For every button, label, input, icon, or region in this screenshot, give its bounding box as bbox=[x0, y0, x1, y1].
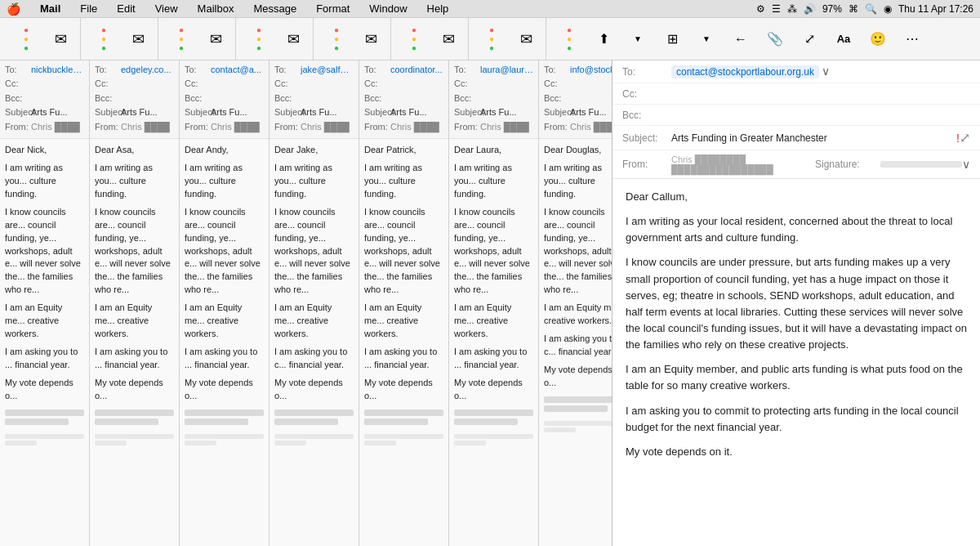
compose-btn-5[interactable]: ✉ bbox=[356, 23, 385, 56]
subject-label-6: Subject: bbox=[454, 106, 480, 119]
body-p3-3: I am an Equity me... creative workers. bbox=[185, 302, 264, 341]
back-icon[interactable]: ← bbox=[726, 23, 755, 56]
body-p5-4: My vote depends o... bbox=[274, 377, 354, 403]
compose-from-row: From: Chris ████████ ████████████████ Si… bbox=[612, 150, 980, 178]
menu-message[interactable]: Message bbox=[250, 2, 300, 15]
compose-panel: To: contact@stockportlabour.org.uk ∨ Cc:… bbox=[612, 60, 980, 546]
font-icon[interactable]: Aa bbox=[829, 23, 858, 56]
greeting-2: Dear Asa, bbox=[95, 144, 174, 157]
fullscreen-icon[interactable]: ⤢ bbox=[795, 23, 824, 56]
close-btn-3[interactable]: ●●● bbox=[167, 23, 196, 56]
compose-btn-1[interactable]: ✉ bbox=[46, 23, 75, 56]
email-column-6: To: laura@laura... Cc: Bcc: Subject: Art… bbox=[449, 60, 539, 546]
more-icon[interactable]: ⋯ bbox=[898, 23, 927, 56]
menu-view[interactable]: View bbox=[152, 2, 181, 15]
cc-label-5: Cc: bbox=[364, 78, 390, 90]
notification-icon[interactable]: ☰ bbox=[772, 3, 781, 15]
send-dropdown-icon[interactable]: ▼ bbox=[623, 23, 653, 56]
from-value-6: Chris ████ bbox=[480, 121, 529, 133]
control-center-icon[interactable]: ⚙ bbox=[756, 3, 765, 15]
compose-close-btn[interactable]: ●●● bbox=[555, 23, 584, 56]
to-value-2: edgeley.co... bbox=[121, 64, 172, 76]
email-body-2: Dear Asa, I am writing as you... culture… bbox=[90, 139, 179, 452]
wifi-icon[interactable]: ⌘ bbox=[849, 3, 858, 15]
cc-label-2: Cc: bbox=[95, 78, 121, 90]
menu-mailbox[interactable]: Mailbox bbox=[194, 2, 238, 15]
to-label-1: To: bbox=[5, 64, 31, 76]
send-icon[interactable]: ⬆ bbox=[589, 23, 618, 56]
subject-label-2: Subject: bbox=[95, 106, 121, 119]
compose-body[interactable]: Dear Callum, I am writing as your local … bbox=[612, 179, 980, 546]
from-value-7: Chris ████ bbox=[570, 121, 612, 133]
layout-icon[interactable]: ⊞ bbox=[657, 23, 687, 56]
menu-format[interactable]: Format bbox=[313, 2, 353, 15]
close-btn-7[interactable]: ●●● bbox=[477, 23, 506, 56]
to-value-1: nickbuckley... bbox=[31, 64, 84, 76]
email-header-5: To: coordinator... Cc: Bcc: Subject: Art… bbox=[359, 60, 448, 139]
compose-to-expand-icon[interactable]: ∨ bbox=[822, 65, 830, 78]
close-btn-5[interactable]: ●●● bbox=[322, 23, 351, 56]
close-btn-2[interactable]: ●●● bbox=[89, 23, 118, 56]
to-label-2: To: bbox=[95, 64, 121, 76]
subject-label-5: Subject: bbox=[364, 106, 390, 119]
search-icon[interactable]: 🔍 bbox=[865, 3, 877, 15]
layout-dropdown-icon[interactable]: ▼ bbox=[692, 23, 721, 56]
body-p3-2: I am an Equity me... creative workers. bbox=[95, 302, 174, 341]
compose-btn-2[interactable]: ✉ bbox=[123, 23, 153, 56]
compose-btn-6[interactable]: ✉ bbox=[434, 23, 463, 56]
compose-to-value[interactable]: contact@stockportlabour.org.uk ∨ bbox=[671, 65, 970, 78]
email-header-2: To: edgeley.co... Cc: Bcc: Subject: Arts… bbox=[90, 60, 179, 139]
bcc-label-1: Bcc: bbox=[5, 92, 31, 105]
email-column-7: To: info@stockp... Cc: Bcc: Subject: Art… bbox=[539, 60, 612, 546]
menu-mail[interactable]: Mail bbox=[37, 2, 64, 15]
from-value-5: Chris ████ bbox=[390, 121, 439, 133]
menu-file[interactable]: File bbox=[77, 2, 100, 15]
attachment-icon[interactable]: 📎 bbox=[760, 23, 790, 56]
emoji-icon[interactable]: 🙂 bbox=[863, 23, 893, 56]
email-body-1: Dear Nick, I am writing as you... cultur… bbox=[0, 139, 89, 452]
toolbar-section-4: ●●● ✉ bbox=[239, 18, 314, 60]
compose-body-p1: I am writing as your local resident, con… bbox=[626, 213, 967, 246]
close-btn-1[interactable]: ●●● bbox=[11, 23, 41, 56]
bluetooth-icon[interactable]: ⁂ bbox=[787, 3, 797, 15]
bcc-label-2: Bcc: bbox=[95, 92, 121, 105]
close-btn-6[interactable]: ●●● bbox=[399, 23, 429, 56]
compose-subject-row: Subject: Arts Funding in Greater Manches… bbox=[612, 126, 980, 150]
compose-btn-7[interactable]: ✉ bbox=[511, 23, 541, 56]
email-header-1: To: nickbuckley... Cc: Bcc: Subject: Art… bbox=[0, 60, 89, 139]
siri-icon[interactable]: ◉ bbox=[884, 3, 892, 15]
subject-value-3: Arts Fu... bbox=[211, 106, 247, 119]
cc-label-7: Cc: bbox=[544, 78, 570, 90]
body-p4-1: I am asking you to ... financial year. bbox=[5, 346, 84, 372]
compose-sig-value bbox=[880, 161, 962, 168]
email-body-5: Dear Patrick, I am writing as you... cul… bbox=[359, 139, 448, 452]
compose-btn-3[interactable]: ✉ bbox=[201, 23, 230, 56]
menu-help[interactable]: Help bbox=[424, 2, 452, 15]
compose-subject-value[interactable]: Arts Funding in Greater Manchester bbox=[671, 132, 953, 144]
system-icons: ⚙ ☰ ⁂ 🔊 97% ⌘ 🔍 ◉ Thu 11 Apr 17:26 bbox=[756, 3, 973, 15]
body-p2-7: I know councils are... council funding, … bbox=[544, 206, 612, 298]
close-btn-4[interactable]: ●●● bbox=[244, 23, 274, 56]
subject-value-7: Arts Fu... bbox=[570, 106, 607, 119]
signature-2 bbox=[95, 410, 174, 445]
compose-from-label: From: bbox=[622, 159, 671, 170]
toolbar-section-1: ●●● ✉ bbox=[7, 18, 81, 60]
volume-icon[interactable]: 🔊 bbox=[804, 3, 816, 15]
body-p4-7: I am asking you to c... financial year. bbox=[544, 333, 612, 359]
menu-edit[interactable]: Edit bbox=[114, 2, 138, 15]
compose-btn-4[interactable]: ✉ bbox=[278, 23, 308, 56]
compose-to-label: To: bbox=[622, 66, 671, 78]
to-value-5: coordinator... bbox=[390, 64, 443, 76]
body-p5-1: My vote depends o... bbox=[5, 377, 84, 403]
subject-expand-icon[interactable]: ⤢ bbox=[960, 130, 970, 145]
body-p5-7: My vote depends o... bbox=[544, 364, 612, 390]
subject-label-7: Subject: bbox=[544, 106, 570, 119]
email-column-3: To: contact@a... Cc: Bcc: Subject: Arts … bbox=[180, 60, 270, 546]
to-label-4: To: bbox=[274, 64, 301, 76]
compose-to-chip[interactable]: contact@stockportlabour.org.uk bbox=[671, 65, 819, 78]
body-p5-3: My vote depends o... bbox=[185, 377, 264, 403]
email-body-6: Dear Laura, I am writing as you... cultu… bbox=[449, 139, 538, 452]
signature-expand-icon[interactable]: ∨ bbox=[962, 158, 970, 171]
menu-window[interactable]: Window bbox=[366, 2, 410, 15]
battery-text: 97% bbox=[822, 3, 842, 15]
